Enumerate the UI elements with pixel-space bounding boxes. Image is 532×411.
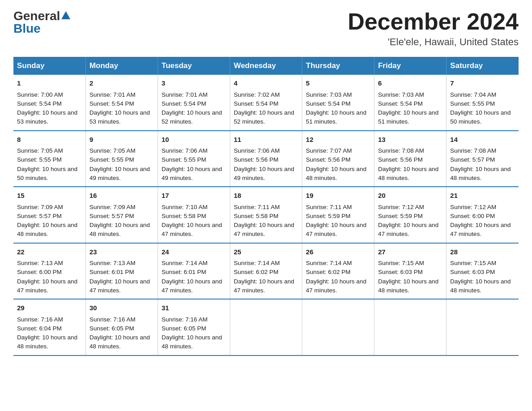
page-subtitle: 'Ele'ele, Hawaii, United States <box>348 36 519 48</box>
day-number: 18 <box>234 191 298 201</box>
calendar-cell: 2Sunrise: 7:01 AMSunset: 5:54 PMDaylight… <box>86 75 158 131</box>
daylight-label: Daylight: 10 hours and 47 minutes. <box>162 278 222 294</box>
calendar-week-row: 22Sunrise: 7:13 AMSunset: 6:00 PMDayligh… <box>13 243 519 300</box>
calendar-cell <box>230 299 302 355</box>
svg-marker-0 <box>61 11 70 19</box>
day-number: 9 <box>90 135 154 145</box>
calendar-cell: 16Sunrise: 7:09 AMSunset: 5:57 PMDayligh… <box>86 187 158 243</box>
calendar-week-row: 8Sunrise: 7:05 AMSunset: 5:55 PMDaylight… <box>13 131 519 187</box>
day-number: 4 <box>234 78 298 89</box>
day-number: 31 <box>162 303 226 313</box>
daylight-label: Daylight: 10 hours and 47 minutes. <box>162 222 222 237</box>
calendar-cell <box>446 299 519 355</box>
calendar-cell: 24Sunrise: 7:14 AMSunset: 6:01 PMDayligh… <box>158 243 230 300</box>
day-number: 29 <box>17 303 82 313</box>
sunset-label: Sunset: 6:03 PM <box>378 269 423 275</box>
day-number: 20 <box>378 191 442 201</box>
daylight-label: Daylight: 10 hours and 50 minutes. <box>450 109 511 125</box>
daylight-label: Daylight: 10 hours and 47 minutes. <box>378 222 438 237</box>
daylight-label: Daylight: 10 hours and 47 minutes. <box>234 222 294 237</box>
day-number: 3 <box>162 78 226 89</box>
sunrise-label: Sunrise: 7:13 AM <box>17 260 63 266</box>
sunset-label: Sunset: 5:58 PM <box>162 213 206 219</box>
day-number: 22 <box>17 247 82 257</box>
page-header: General Blue December 2024 'Ele'ele, Haw… <box>13 9 519 48</box>
sunset-label: Sunset: 6:02 PM <box>306 269 351 275</box>
calendar-header-sunday: Sunday <box>13 57 86 75</box>
day-number: 14 <box>450 135 515 145</box>
sunrise-label: Sunrise: 7:09 AM <box>17 204 63 210</box>
calendar-cell: 30Sunrise: 7:16 AMSunset: 6:05 PMDayligh… <box>86 299 158 355</box>
calendar-cell <box>302 299 374 355</box>
sunrise-label: Sunrise: 7:11 AM <box>306 204 352 210</box>
sunset-label: Sunset: 5:55 PM <box>90 156 134 163</box>
day-number: 2 <box>90 78 154 89</box>
day-number: 27 <box>378 247 442 257</box>
calendar-cell: 25Sunrise: 7:14 AMSunset: 6:02 PMDayligh… <box>230 243 302 300</box>
calendar-cell: 15Sunrise: 7:09 AMSunset: 5:57 PMDayligh… <box>13 187 86 243</box>
calendar-header-monday: Monday <box>86 57 158 75</box>
day-number: 12 <box>306 135 370 145</box>
daylight-label: Daylight: 10 hours and 53 minutes. <box>90 109 150 125</box>
daylight-label: Daylight: 10 hours and 48 minutes. <box>450 278 511 294</box>
day-number: 10 <box>162 135 226 145</box>
calendar-cell: 11Sunrise: 7:06 AMSunset: 5:56 PMDayligh… <box>230 131 302 187</box>
sunrise-label: Sunrise: 7:08 AM <box>450 147 496 154</box>
sunset-label: Sunset: 6:01 PM <box>90 269 134 275</box>
sunrise-label: Sunrise: 7:10 AM <box>162 204 208 210</box>
day-number: 23 <box>90 247 154 257</box>
day-number: 11 <box>234 135 298 145</box>
calendar-cell: 12Sunrise: 7:07 AMSunset: 5:56 PMDayligh… <box>302 131 374 187</box>
daylight-label: Daylight: 10 hours and 47 minutes. <box>234 278 294 294</box>
sunset-label: Sunset: 5:54 PM <box>162 100 206 107</box>
sunset-label: Sunset: 5:56 PM <box>234 156 279 163</box>
sunrise-label: Sunrise: 7:16 AM <box>162 316 208 323</box>
sunset-label: Sunset: 5:54 PM <box>17 100 62 107</box>
sunset-label: Sunset: 5:56 PM <box>306 156 351 163</box>
daylight-label: Daylight: 10 hours and 51 minutes. <box>378 109 438 125</box>
daylight-label: Daylight: 10 hours and 53 minutes. <box>17 109 77 125</box>
calendar-cell: 14Sunrise: 7:08 AMSunset: 5:57 PMDayligh… <box>446 131 519 187</box>
daylight-label: Daylight: 10 hours and 47 minutes. <box>306 278 366 294</box>
day-number: 28 <box>450 247 515 257</box>
calendar-header-wednesday: Wednesday <box>230 57 302 75</box>
daylight-label: Daylight: 10 hours and 50 minutes. <box>17 166 77 181</box>
calendar-cell: 8Sunrise: 7:05 AMSunset: 5:55 PMDaylight… <box>13 131 86 187</box>
sunset-label: Sunset: 5:54 PM <box>234 100 279 107</box>
calendar-cell: 7Sunrise: 7:04 AMSunset: 5:55 PMDaylight… <box>446 75 519 131</box>
daylight-label: Daylight: 10 hours and 49 minutes. <box>90 166 150 181</box>
sunset-label: Sunset: 5:56 PM <box>378 156 423 163</box>
sunrise-label: Sunrise: 7:01 AM <box>162 91 208 98</box>
calendar-header-thursday: Thursday <box>302 57 374 75</box>
sunrise-label: Sunrise: 7:03 AM <box>306 91 352 98</box>
sunset-label: Sunset: 5:59 PM <box>306 213 351 219</box>
calendar-cell: 28Sunrise: 7:15 AMSunset: 6:03 PMDayligh… <box>446 243 519 300</box>
sunset-label: Sunset: 6:00 PM <box>17 269 62 275</box>
calendar-header-row: SundayMondayTuesdayWednesdayThursdayFrid… <box>13 57 519 75</box>
calendar-cell: 9Sunrise: 7:05 AMSunset: 5:55 PMDaylight… <box>86 131 158 187</box>
calendar-body: 1Sunrise: 7:00 AMSunset: 5:54 PMDaylight… <box>13 75 519 355</box>
sunrise-label: Sunrise: 7:03 AM <box>378 91 424 98</box>
calendar-cell: 22Sunrise: 7:13 AMSunset: 6:00 PMDayligh… <box>13 243 86 300</box>
day-number: 17 <box>162 191 226 201</box>
calendar-cell: 29Sunrise: 7:16 AMSunset: 6:04 PMDayligh… <box>13 299 86 355</box>
calendar-table: SundayMondayTuesdayWednesdayThursdayFrid… <box>13 57 519 356</box>
daylight-label: Daylight: 10 hours and 48 minutes. <box>90 334 150 350</box>
sunset-label: Sunset: 5:55 PM <box>450 100 495 107</box>
sunset-label: Sunset: 5:59 PM <box>378 213 423 219</box>
daylight-label: Daylight: 10 hours and 48 minutes. <box>450 166 511 181</box>
day-number: 19 <box>306 191 370 201</box>
day-number: 21 <box>450 191 515 201</box>
calendar-cell: 27Sunrise: 7:15 AMSunset: 6:03 PMDayligh… <box>374 243 446 300</box>
daylight-label: Daylight: 10 hours and 47 minutes. <box>450 222 511 237</box>
sunrise-label: Sunrise: 7:14 AM <box>162 260 208 266</box>
sunrise-label: Sunrise: 7:13 AM <box>90 260 136 266</box>
daylight-label: Daylight: 10 hours and 48 minutes. <box>17 334 77 350</box>
sunset-label: Sunset: 6:02 PM <box>234 269 279 275</box>
day-number: 25 <box>234 247 298 257</box>
sunrise-label: Sunrise: 7:04 AM <box>450 91 496 98</box>
sunset-label: Sunset: 5:54 PM <box>90 100 134 107</box>
sunset-label: Sunset: 6:00 PM <box>450 213 495 219</box>
daylight-label: Daylight: 10 hours and 49 minutes. <box>162 166 222 181</box>
daylight-label: Daylight: 10 hours and 49 minutes. <box>234 166 294 181</box>
